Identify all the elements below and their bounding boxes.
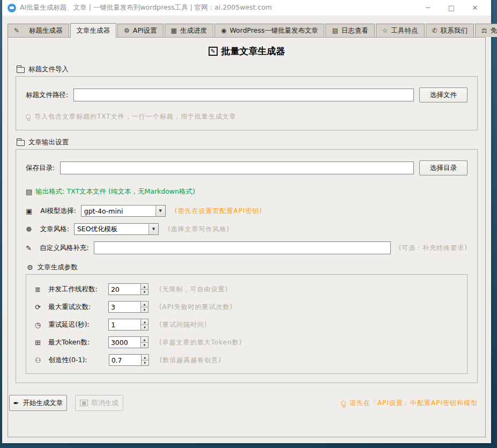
style-select[interactable]: SEO优化模板 ▼ — [74, 223, 159, 235]
spin-down-icon[interactable]: ▼ — [142, 361, 149, 366]
globe-icon: ◉ — [221, 27, 226, 34]
delay-stepper[interactable]: ▲▼ — [108, 319, 149, 331]
phone-icon: ✆ — [432, 27, 437, 34]
bulb-icon — [26, 114, 31, 119]
tab-wordpress-publish[interactable]: ◉ WordPress一键批量发布文章 — [214, 24, 325, 37]
custom-style-input[interactable] — [94, 241, 391, 254]
tab-progress[interactable]: ▦ 生成进度 — [165, 24, 213, 37]
tab-features[interactable]: ☆ 工具特点 — [376, 24, 425, 37]
app-window: AI批量生成标题、文章 | 一键批量发布到wordpress工具 | 官网：ai… — [2, 0, 491, 443]
api-config-hint: 请先在「API设置」中配置API密钥和模型 — [341, 399, 478, 408]
titlebar: AI批量生成标题、文章 | 一键批量发布到wordpress工具 | 官网：ai… — [2, 0, 491, 16]
custom-style-hint: (可选：补充特殊要求) — [399, 244, 468, 253]
tab-bar: ✎ 标题生成器 文章生成器 ⚙ API设置 ▦ 生成进度 ◉ WordPress… — [8, 23, 486, 37]
tab-api-settings[interactable]: ⚙ API设置 — [117, 24, 164, 37]
gear-icon: ⚙ — [27, 263, 33, 271]
folder-icon — [17, 140, 25, 146]
tab-disclaimer[interactable]: ⚖ 免责声明 — [475, 24, 497, 37]
document-pencil-icon: ✎ — [209, 47, 218, 56]
clock-icon: ◷ — [35, 321, 41, 329]
maximize-button[interactable]: □ — [440, 1, 463, 16]
tab-title-generator[interactable]: ✎ 标题生成器 — [8, 24, 69, 37]
save-dir-input[interactable] — [60, 161, 414, 174]
spin-up-icon[interactable]: ▲ — [141, 302, 148, 307]
tab-panel: ✎ 批量文章生成器 标题文件导入 标题文件路径: 选择文件 导入包含文章标题的T — [8, 37, 486, 437]
output-format-note: ▤ 输出格式: TXT文本文件 (纯文本，无Markdown格式) — [26, 187, 468, 196]
title-file-path-label: 标题文件路径: — [26, 91, 68, 100]
document-icon: ▤ — [26, 188, 32, 196]
style-hint: (选择文章写作风格) — [168, 225, 229, 234]
close-button[interactable]: ✕ — [463, 1, 487, 16]
style-label: 文章风格: — [40, 225, 69, 234]
creativity-icon: ⚇ — [35, 356, 41, 364]
robot-icon: ▣ — [26, 207, 32, 215]
import-section-title: 标题文件导入 — [28, 65, 69, 74]
ai-model-select[interactable]: gpt-4o-mini ▼ — [81, 205, 166, 217]
choose-file-button[interactable]: 选择文件 — [419, 87, 468, 102]
spin-up-icon[interactable]: ▲ — [141, 284, 148, 290]
output-section: 文章输出设置 保存目录: 选择目录 ▤ 输出格式: TXT文本文件 (纯文本，无… — [16, 138, 478, 383]
gear-icon: ⚙ — [124, 27, 130, 34]
palette-icon: ☸ — [26, 225, 32, 233]
page-title: ✎ 批量文章生成器 — [12, 45, 481, 57]
tab-article-generator[interactable]: 文章生成器 — [70, 23, 117, 38]
client-area: ✎ 标题生成器 文章生成器 ⚙ API设置 ▦ 生成进度 ◉ WordPress… — [2, 16, 491, 443]
import-section: 标题文件导入 标题文件路径: 选择文件 导入包含文章标题的TXT文件，一行一个标… — [16, 65, 478, 130]
spin-down-icon[interactable]: ▼ — [141, 307, 148, 313]
app-logo-icon — [8, 4, 16, 12]
tab-log-view[interactable]: ▤ 日志查看 — [325, 24, 374, 37]
spin-down-icon[interactable]: ▼ — [141, 325, 148, 331]
minimize-button[interactable]: ─ — [416, 1, 440, 16]
param-row-creativity: ⚇ 创造性(0-1): ▲▼ (数值越高越有创意) — [35, 354, 458, 366]
pencil-icon: ✎ — [26, 244, 32, 252]
choose-dir-button[interactable]: 选择目录 — [419, 160, 468, 175]
spin-up-icon[interactable]: ▲ — [141, 319, 148, 325]
spin-up-icon[interactable]: ▲ — [142, 355, 149, 361]
chevron-down-icon[interactable]: ▼ — [149, 224, 158, 234]
title-file-path-input[interactable] — [73, 89, 414, 101]
spin-down-icon[interactable]: ▼ — [141, 343, 148, 348]
creativity-stepper[interactable]: ▲▼ — [109, 354, 149, 366]
chevron-down-icon[interactable]: ▼ — [155, 205, 165, 216]
chart-icon: ▦ — [171, 27, 177, 34]
spin-down-icon[interactable]: ▼ — [141, 290, 148, 295]
threads-icon: ≣ — [35, 285, 41, 293]
tab-contact[interactable]: ✆ 联系我们 — [426, 24, 474, 37]
output-section-title: 文章输出设置 — [28, 138, 69, 147]
param-row-retries: ⟳ 最大重试次数: ▲▼ (API失败时的重试次数) — [35, 301, 458, 313]
param-row-threads: ≣ 并发工作线程数: ▲▼ (无限制，可自由设置) — [35, 283, 458, 295]
spin-up-icon[interactable]: ▲ — [141, 337, 148, 343]
retry-icon: ⟳ — [35, 303, 41, 311]
window-title: AI批量生成标题、文章 | 一键批量发布到wordpress工具 | 官网：ai… — [20, 3, 416, 12]
retries-stepper[interactable]: ▲▼ — [108, 301, 149, 313]
footer-bar: ✒ 开始生成文章 ■ 取消生成 请先在「API设置」中配置API密钥和模型 — [12, 395, 478, 411]
save-dir-label: 保存目录: — [26, 164, 55, 173]
scales-icon: ⚖ — [481, 27, 487, 34]
start-generate-button[interactable]: ✒ 开始生成文章 — [9, 395, 67, 411]
star-icon: ☆ — [382, 27, 388, 34]
rocket-icon: ✒ — [13, 399, 19, 407]
cancel-generate-button[interactable]: ■ 取消生成 — [75, 395, 123, 411]
folder-icon — [17, 67, 25, 73]
param-row-delay: ◷ 重试延迟(秒): ▲▼ (重试间隔时间) — [35, 319, 458, 331]
model-hint: (需先在设置页配置API密钥) — [175, 207, 262, 216]
stop-icon: ■ — [80, 400, 88, 406]
params-section: ⚙ 文章生成参数 ≣ 并发工作线程数: ▲▼ (无 — [26, 263, 468, 374]
max-tokens-stepper[interactable]: ▲▼ — [108, 336, 149, 348]
threads-stepper[interactable]: ▲▼ — [108, 283, 149, 295]
import-hint: 导入包含文章标题的TXT文件，一行一个标题，用于批量生成文章 — [26, 112, 468, 121]
ai-model-label: AI模型选择: — [40, 207, 76, 216]
param-row-max-tokens: ⊞ 最大Token数: ▲▼ (单篇文章的最大Token数) — [35, 336, 458, 348]
params-section-title: 文章生成参数 — [38, 263, 78, 272]
pencil-icon: ✎ — [14, 27, 19, 34]
log-icon: ▤ — [332, 27, 338, 34]
custom-style-label: 自定义风格补充: — [40, 244, 89, 253]
token-grid-icon: ⊞ — [35, 339, 41, 347]
bulb-icon — [341, 401, 346, 406]
